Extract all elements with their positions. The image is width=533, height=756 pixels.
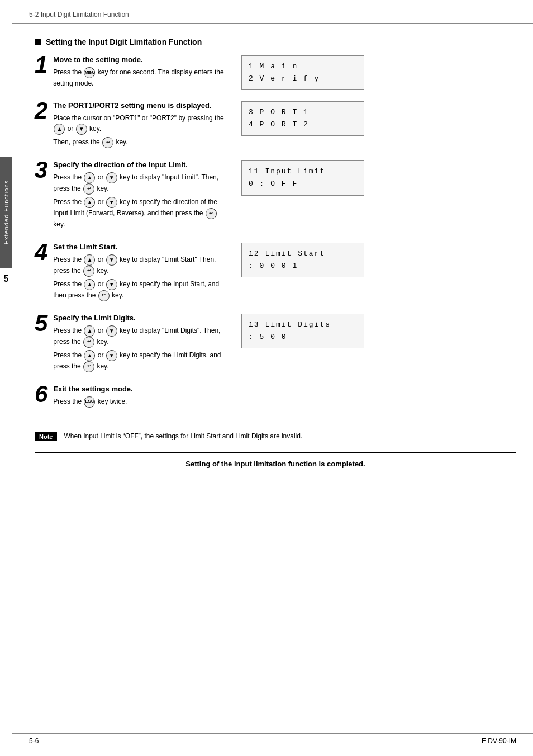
step-1-body: Press the MENU key for one second. The d… bbox=[53, 67, 230, 89]
enter-key-icon-5b: ↩ bbox=[83, 361, 94, 372]
step-2-lcd-line1: 3 P O R T 1 bbox=[249, 106, 357, 119]
step-6-title: Exit the settings mode. bbox=[53, 385, 132, 393]
step-4-title: Set the Limit Start. bbox=[53, 243, 230, 251]
step-4-body: Press the ▲ or ▼ key to display "Limit S… bbox=[53, 254, 230, 301]
step-1: 1 Move to the setting mode. Press the ME… bbox=[35, 55, 516, 91]
step-2-title-body: The PORT1/PORT2 setting menu is displaye… bbox=[53, 101, 230, 150]
footer-right: E DV-90-IM bbox=[482, 737, 516, 745]
step-2-title: The PORT1/PORT2 setting menu is displaye… bbox=[53, 101, 230, 110]
down-key-icon-2a: ▼ bbox=[76, 124, 87, 135]
completion-box: Setting of the input limitation function… bbox=[35, 452, 516, 475]
step-6-number: 6 bbox=[35, 382, 47, 406]
step-2-display: 3 P O R T 1 4 P O R T 2 bbox=[241, 101, 398, 136]
menu-key-icon: MENU bbox=[84, 67, 95, 78]
section-title-icon bbox=[35, 39, 41, 45]
page-container: Extended Functions 5 5-2 Input Digit Lim… bbox=[0, 0, 533, 756]
step-5-lcd-line1: 13 Limit Digits bbox=[249, 319, 357, 331]
step-2: 2 The PORT1/PORT2 setting menu is displa… bbox=[35, 101, 516, 150]
enter-key-icon-2a: ↩ bbox=[102, 137, 113, 148]
step-5-body: Press the ▲ or ▼ key to display "Limit D… bbox=[53, 325, 230, 372]
step-4-lcd: 12 Limit Start : 0 0 0 1 bbox=[241, 243, 364, 277]
up-key-icon-3a: ▲ bbox=[84, 172, 95, 183]
enter-key-icon-3b: ↩ bbox=[206, 208, 217, 219]
section-title-text: Setting the Input Digit Limitation Funct… bbox=[46, 37, 202, 46]
step-3-lcd: 11 Input Limit 0 : O F F bbox=[241, 160, 364, 195]
page-header: 5-2 Input Digit Limitation Function bbox=[12, 0, 533, 24]
down-key-icon-5a: ▼ bbox=[106, 325, 117, 337]
step-3-left: 3 Specify the direction of the Input Lim… bbox=[35, 160, 241, 232]
step-5: 5 Specify the Limit Digits. Press the ▲ … bbox=[35, 314, 516, 375]
step-1-lcd-line1: 1 M a i n bbox=[249, 60, 357, 73]
step-5-lcd: 13 Limit Digits : 5 0 0 bbox=[241, 314, 364, 348]
step-1-lcd-line2: 2 V e r i f y bbox=[249, 73, 357, 85]
main-content: Setting the Input Digit Limitation Funct… bbox=[12, 24, 533, 498]
chapter-number: 5 bbox=[0, 274, 12, 284]
step-3-display: 11 Input Limit 0 : O F F bbox=[241, 160, 398, 195]
up-key-icon-3b: ▲ bbox=[84, 197, 95, 208]
section-title: Setting the Input Digit Limitation Funct… bbox=[35, 37, 516, 46]
step-5-number: 5 bbox=[35, 311, 47, 335]
step-1-header: 1 Move to the setting mode. Press the ME… bbox=[35, 55, 230, 91]
step-4-display: 12 Limit Start : 0 0 0 1 bbox=[241, 243, 398, 277]
step-5-left: 5 Specify the Limit Digits. Press the ▲ … bbox=[35, 314, 241, 375]
step-5-header: 5 Specify the Limit Digits. Press the ▲ … bbox=[35, 314, 230, 375]
up-key-icon-4b: ▲ bbox=[84, 279, 95, 290]
step-6-body: Press the ESC key twice. bbox=[53, 396, 132, 408]
step-3-header: 3 Specify the direction of the Input Lim… bbox=[35, 160, 230, 232]
enter-key-icon-4a: ↩ bbox=[83, 266, 94, 277]
down-key-icon-4b: ▼ bbox=[106, 279, 117, 290]
side-tab: Extended Functions bbox=[0, 157, 12, 268]
step-5-lcd-line2: : 5 0 0 bbox=[249, 331, 357, 343]
completion-text: Setting of the input limitation function… bbox=[185, 460, 365, 468]
step-2-lcd-line2: 4 P O R T 2 bbox=[249, 119, 357, 131]
step-6-header: 6 Exit the settings mode. Press the ESC … bbox=[35, 385, 230, 410]
step-2-left: 2 The PORT1/PORT2 setting menu is displa… bbox=[35, 101, 241, 150]
header-text: 5-2 Input Digit Limitation Function bbox=[29, 11, 129, 18]
steps-area: 1 Move to the setting mode. Press the ME… bbox=[35, 55, 516, 420]
step-4-lcd-line2: : 0 0 0 1 bbox=[249, 260, 357, 272]
step-4-left: 4 Set the Limit Start. Press the ▲ or ▼ … bbox=[35, 243, 241, 304]
enter-key-icon-5a: ↩ bbox=[83, 337, 94, 348]
step-1-title: Move to the setting mode. bbox=[53, 55, 230, 64]
step-4-lcd-line1: 12 Limit Start bbox=[249, 248, 357, 260]
down-key-icon-3a: ▼ bbox=[106, 172, 117, 183]
step-6: 6 Exit the settings mode. Press the ESC … bbox=[35, 385, 516, 410]
step-4: 4 Set the Limit Start. Press the ▲ or ▼ … bbox=[35, 243, 516, 304]
step-3: 3 Specify the direction of the Input Lim… bbox=[35, 160, 516, 232]
up-key-icon-5a: ▲ bbox=[84, 325, 95, 337]
up-key-icon-2a: ▲ bbox=[54, 124, 65, 135]
step-5-title: Specify the Limit Digits. bbox=[53, 314, 230, 322]
step-2-header: 2 The PORT1/PORT2 setting menu is displa… bbox=[35, 101, 230, 150]
step-1-left: 1 Move to the setting mode. Press the ME… bbox=[35, 55, 241, 91]
step-5-title-body: Specify the Limit Digits. Press the ▲ or… bbox=[53, 314, 230, 375]
step-2-lcd: 3 P O R T 1 4 P O R T 2 bbox=[241, 101, 364, 136]
step-4-title-body: Set the Limit Start. Press the ▲ or ▼ ke… bbox=[53, 243, 230, 304]
step-1-title-body: Move to the setting mode. Press the MENU… bbox=[53, 55, 230, 91]
down-key-icon-4a: ▼ bbox=[106, 254, 117, 266]
step-3-title-body: Specify the direction of the Input Limit… bbox=[53, 160, 230, 232]
step-4-number: 4 bbox=[35, 240, 47, 264]
up-key-icon-4a: ▲ bbox=[84, 254, 95, 266]
down-key-icon-3b: ▼ bbox=[106, 197, 117, 208]
step-2-number: 2 bbox=[35, 99, 47, 122]
down-key-icon-5b: ▼ bbox=[106, 350, 117, 361]
step-3-title: Specify the direction of the Input Limit… bbox=[53, 160, 230, 169]
step-3-number: 3 bbox=[35, 158, 47, 182]
step-1-display: 1 M a i n 2 V e r i f y bbox=[241, 55, 398, 90]
page-footer: 5-6 E DV-90-IM bbox=[12, 733, 533, 745]
step-1-lcd: 1 M a i n 2 V e r i f y bbox=[241, 55, 364, 90]
note-section: Note When Input Limit is “OFF”, the sett… bbox=[35, 431, 516, 441]
step-5-display: 13 Limit Digits : 5 0 0 bbox=[241, 314, 398, 348]
enter-key-icon-4b: ↩ bbox=[98, 290, 110, 301]
step-3-body: Press the ▲ or ▼ key to display "Input L… bbox=[53, 172, 230, 230]
step-3-lcd-line2: 0 : O F F bbox=[249, 178, 357, 190]
step-3-lcd-line1: 11 Input Limit bbox=[249, 166, 357, 178]
up-key-icon-5b: ▲ bbox=[84, 350, 95, 361]
esc-key-icon-6: ESC bbox=[84, 396, 95, 408]
footer-left: 5-6 bbox=[29, 737, 39, 745]
enter-key-icon-3a: ↩ bbox=[83, 183, 94, 195]
side-tab-label: Extended Functions bbox=[3, 180, 9, 244]
step-6-left: 6 Exit the settings mode. Press the ESC … bbox=[35, 385, 241, 410]
step-1-number: 1 bbox=[35, 53, 47, 77]
step-4-header: 4 Set the Limit Start. Press the ▲ or ▼ … bbox=[35, 243, 230, 304]
